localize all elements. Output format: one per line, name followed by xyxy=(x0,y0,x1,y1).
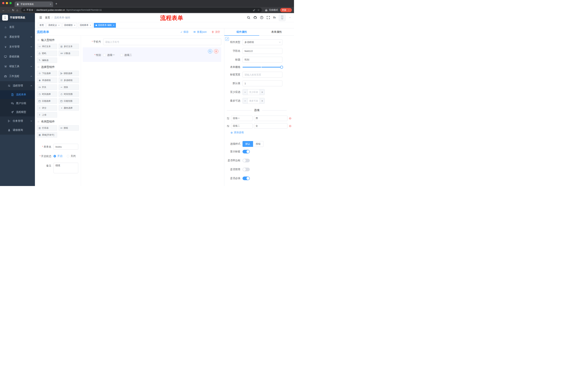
copy-field-button[interactable] xyxy=(208,49,212,53)
drag-handle-icon[interactable] xyxy=(227,125,230,128)
chip-button[interactable]: 按钮 xyxy=(59,125,79,131)
browser-tab[interactable]: 芋道管理系统 × xyxy=(15,1,53,7)
home-icon[interactable]: ⌂ xyxy=(17,9,18,11)
chip-upload[interactable]: ⇪上传 xyxy=(37,112,57,117)
window-minimize-button[interactable] xyxy=(6,2,8,4)
app-logo[interactable]: 芋道管理系统 xyxy=(0,13,35,22)
grid-slider[interactable] xyxy=(242,67,282,67)
address-bar[interactable]: ⚠ 不安全 | dashboard.yudao.iocoder.cn/bpm/m… xyxy=(21,8,262,12)
label-width-input[interactable] xyxy=(242,72,282,77)
chip-color-picker[interactable]: ◑颜色选择 xyxy=(59,105,79,111)
border-switch[interactable] xyxy=(242,159,250,162)
tag-process-form[interactable]: 流程表单 × xyxy=(78,23,93,28)
drag-handle-icon[interactable] xyxy=(227,117,230,120)
avatar-caret-icon[interactable] xyxy=(289,16,291,19)
chip-date-picker[interactable]: 日期选择 xyxy=(37,98,57,104)
font-size-icon[interactable]: TT xyxy=(273,16,276,19)
avatar[interactable] xyxy=(279,14,286,21)
checkbox-option-1[interactable]: 选项一 xyxy=(103,53,115,57)
sidebar-item-infra[interactable]: 基础设施 xyxy=(0,52,35,62)
disabled-switch[interactable] xyxy=(242,168,250,171)
link-icon[interactable] xyxy=(225,37,229,41)
remark-textarea[interactable]: 嘿嘿 xyxy=(53,163,78,173)
chip-checkbox-group[interactable]: ☑多选框组 xyxy=(59,77,79,83)
chip-switch[interactable]: 开关 xyxy=(37,85,57,90)
password-key-icon[interactable] xyxy=(253,9,255,11)
chip-time-picker[interactable]: ◷时间选择 xyxy=(37,91,57,97)
hamburger-icon[interactable]: ☰ xyxy=(39,16,42,20)
sidebar-item-leave-query[interactable]: 请假查询 xyxy=(0,126,35,135)
breadcrumb-home[interactable]: 首页 xyxy=(45,16,50,19)
sidebar-item-process-mgmt[interactable]: 流程管理 xyxy=(0,81,35,90)
chip-select[interactable]: ⊙下拉选择 xyxy=(37,71,57,76)
radio-open[interactable]: 开启 xyxy=(53,155,63,158)
plus-button[interactable]: + xyxy=(260,98,264,104)
chip-counter[interactable]: 123计数器 xyxy=(59,51,79,56)
bookmark-star-icon[interactable]: ☆ xyxy=(257,9,260,11)
chip-table[interactable]: ▦表格[开发中] xyxy=(37,132,57,138)
field-phone[interactable]: *手机号 xyxy=(83,39,221,45)
option-1-value-input[interactable] xyxy=(254,116,287,121)
chip-editor[interactable]: ✎编辑器 xyxy=(37,57,57,63)
default-value-input[interactable] xyxy=(242,80,282,86)
chip-rate[interactable]: ☆评分 xyxy=(37,105,57,111)
style-button-button[interactable]: 按钮 xyxy=(253,141,263,147)
title-input[interactable] xyxy=(242,57,282,63)
chip-time-range[interactable]: ◴时间范围 xyxy=(59,91,79,97)
browser-menu-icon[interactable]: ⋮ xyxy=(288,9,290,11)
component-type-select[interactable] xyxy=(242,39,282,45)
phone-input[interactable] xyxy=(103,39,221,45)
fullscreen-icon[interactable] xyxy=(266,16,270,19)
style-default-button[interactable]: 默认 xyxy=(242,141,253,147)
clear-button[interactable]: 清空 xyxy=(211,30,220,34)
tag-process-form-edit[interactable]: 流程表单-编辑 × xyxy=(94,23,116,28)
chip-textarea[interactable]: ▤多行文本 xyxy=(59,44,79,49)
tab-form-props[interactable]: 表单属性 xyxy=(259,28,294,35)
remove-option-icon[interactable]: ⊖ xyxy=(289,125,292,128)
close-icon[interactable]: × xyxy=(74,24,75,27)
sidebar-item-workflow[interactable]: 工作流程 xyxy=(0,71,35,81)
tab-component-props[interactable]: 组件属性 xyxy=(224,28,259,35)
field-name-input[interactable] xyxy=(242,48,282,54)
tag-home[interactable]: 首页 xyxy=(38,23,45,28)
tag-process-definition[interactable]: 流程定义 × xyxy=(47,23,61,28)
window-close-button[interactable] xyxy=(2,2,4,4)
window-zoom-button[interactable] xyxy=(10,2,12,4)
chip-row-container[interactable]: ▥行容器 xyxy=(37,125,57,131)
checkbox-option-2[interactable]: 选项二 xyxy=(120,53,132,57)
close-icon[interactable]: × xyxy=(90,24,91,27)
sidebar-item-user-group[interactable]: 用户分组 xyxy=(0,99,35,108)
sidebar-item-devtools[interactable]: ⚒ 研发工具 xyxy=(0,62,35,71)
sidebar-item-process-form[interactable]: 流程表单 xyxy=(0,90,35,99)
sidebar-item-payment[interactable]: ¥ 支付管理 xyxy=(0,42,35,52)
reload-icon[interactable]: ↻ xyxy=(12,9,14,11)
field-gender-selected[interactable]: *性别 选项一 选项二 xyxy=(83,47,221,62)
max-stepper-value[interactable]: 最多可选 xyxy=(248,98,260,104)
form-name-input[interactable] xyxy=(53,144,78,149)
search-icon[interactable] xyxy=(247,16,250,19)
minus-button[interactable]: − xyxy=(243,98,248,104)
close-icon[interactable]: × xyxy=(113,24,115,27)
chip-slider[interactable]: 滑块 xyxy=(59,85,79,90)
option-1-name-input[interactable] xyxy=(231,116,252,121)
browser-update-button[interactable]: 更新 ⋮ xyxy=(280,8,292,12)
delete-field-button[interactable] xyxy=(214,49,218,53)
forward-icon[interactable]: → xyxy=(7,9,10,11)
tag-process-model[interactable]: 流程模型 × xyxy=(63,23,77,28)
close-icon[interactable]: × xyxy=(58,24,60,27)
sidebar-item-task-mgmt[interactable]: 任务管理 xyxy=(0,117,35,126)
sidebar-item-home[interactable]: ⌂ 首页 xyxy=(0,22,35,32)
back-icon[interactable]: ← xyxy=(2,9,5,11)
chip-single-line-text[interactable]: ▭单行文本 xyxy=(37,44,57,49)
github-icon[interactable] xyxy=(253,16,257,19)
option-2-value-input[interactable] xyxy=(254,123,287,129)
show-label-switch[interactable] xyxy=(242,150,250,153)
chip-date-range[interactable]: 日期范围 xyxy=(59,98,79,104)
save-button[interactable]: ✓ 保存 xyxy=(180,30,189,34)
option-2-name-input[interactable] xyxy=(231,123,252,129)
min-stepper-value[interactable]: 至少应选 xyxy=(248,89,260,95)
plus-button[interactable]: + xyxy=(260,89,264,95)
new-tab-button[interactable]: + xyxy=(55,2,57,6)
chip-cascader[interactable]: 级联选择 xyxy=(59,71,79,76)
add-option-button[interactable]: ⊕ 添加选项 xyxy=(231,131,294,134)
